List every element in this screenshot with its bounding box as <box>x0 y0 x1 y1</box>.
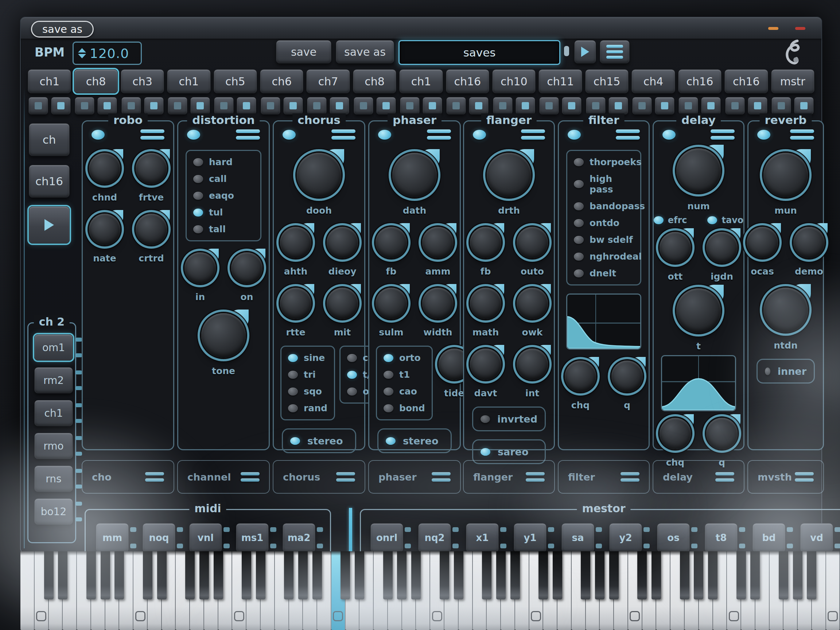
tab-mute-button[interactable] <box>168 97 187 114</box>
knob-outo[interactable]: outo <box>514 224 551 277</box>
group-button-nq2[interactable]: nq2 <box>418 523 451 553</box>
module-enable-led-icon[interactable] <box>378 130 391 140</box>
knob-demo[interactable]: demo <box>790 224 827 277</box>
piano-black-key[interactable] <box>637 551 647 599</box>
sidebar-button-ch[interactable]: ch <box>29 123 69 156</box>
knob-body[interactable] <box>327 287 358 319</box>
knob-body[interactable] <box>487 153 531 197</box>
knob-t[interactable]: t <box>673 286 724 352</box>
knob-dooh[interactable]: dooh <box>294 150 344 216</box>
piano-black-key[interactable] <box>355 551 364 599</box>
radio-option-hard[interactable]: hard <box>193 157 254 167</box>
group-button-sa[interactable]: sa <box>562 523 594 553</box>
piano-black-key[interactable] <box>242 551 251 599</box>
tab-solo-button[interactable] <box>423 97 442 114</box>
tab-solo-button[interactable] <box>283 97 303 114</box>
tab-solo-button[interactable] <box>97 97 117 114</box>
piano-black-key[interactable] <box>581 551 590 599</box>
toggle-stereo[interactable]: stereo <box>377 428 452 453</box>
knob-body[interactable] <box>706 418 737 449</box>
knob-ocas[interactable]: ocas <box>744 224 781 277</box>
tab-ch16-9[interactable]: ch16 <box>446 69 489 93</box>
piano-black-key[interactable] <box>313 551 322 599</box>
knob-body[interactable] <box>763 287 808 332</box>
tab-solo-button[interactable] <box>608 97 628 114</box>
radio-option-efrc[interactable]: efrc <box>654 215 687 225</box>
knob-body[interactable] <box>470 287 501 319</box>
tab-mute-button[interactable] <box>539 97 559 114</box>
knob-fb[interactable]: fb <box>373 224 410 277</box>
knob-body[interactable] <box>376 287 407 319</box>
toggle-stereo[interactable]: stereo <box>282 428 356 453</box>
knob-body[interactable] <box>89 214 120 245</box>
tab-solo-button[interactable] <box>516 97 535 114</box>
piano-black-key[interactable] <box>341 551 350 599</box>
knob-body[interactable] <box>516 287 548 319</box>
module-menu-icon[interactable] <box>795 472 814 482</box>
collapsed-module-channel[interactable]: channel <box>177 460 270 494</box>
knob-body[interactable] <box>660 232 691 263</box>
knob-width[interactable]: width <box>419 285 456 338</box>
knob-frtve[interactable]: frtve <box>133 150 170 203</box>
knob-body[interactable] <box>660 418 691 449</box>
knob-body[interactable] <box>280 227 311 258</box>
knob-in[interactable]: in <box>182 249 219 302</box>
knob-body[interactable] <box>136 214 167 245</box>
group-button-vd[interactable]: vd <box>800 523 833 553</box>
radio-option-cao[interactable]: cao <box>384 386 425 397</box>
piano-black-key[interactable] <box>58 551 68 599</box>
module-menu-icon[interactable] <box>236 129 260 140</box>
group-button-t8[interactable]: t8 <box>705 523 737 553</box>
group-button-bd[interactable]: bd <box>753 523 785 553</box>
tab-ch1-0[interactable]: ch1 <box>28 69 71 93</box>
tab-ch8-7[interactable]: ch8 <box>353 69 396 93</box>
radio-option-bwsdelf[interactable]: bw sdelf <box>574 234 634 245</box>
piano-black-key[interactable] <box>595 551 605 599</box>
channel2-item-om1[interactable]: om1 <box>34 334 73 361</box>
tab-solo-button[interactable] <box>655 97 674 114</box>
piano-keyboard[interactable] <box>21 551 840 630</box>
radio-option-thorpoeks[interactable]: thorpoeks <box>574 157 634 167</box>
tab-ch15-12[interactable]: ch15 <box>585 69 628 93</box>
group-button-ms1[interactable]: ms1 <box>236 523 269 553</box>
collapsed-module-mvsth[interactable]: mvsth <box>747 460 824 494</box>
group-button-y2[interactable]: y2 <box>609 523 642 553</box>
bpm-stepper-arrows-icon[interactable] <box>78 48 86 58</box>
module-menu-icon[interactable] <box>621 472 639 482</box>
piano-black-key[interactable] <box>652 551 661 599</box>
minimize-icon[interactable] <box>768 27 778 30</box>
radio-option-dnelt[interactable]: dnelt <box>574 268 634 278</box>
collapsed-module-cho[interactable]: cho <box>82 460 174 494</box>
knob-nate[interactable]: nate <box>86 211 123 264</box>
piano-black-key[interactable] <box>157 551 167 599</box>
piano-black-key[interactable] <box>87 551 96 599</box>
group-button-vnl[interactable]: vnl <box>189 523 222 553</box>
piano-black-key[interactable] <box>411 551 421 599</box>
knob-body[interactable] <box>136 153 167 184</box>
tab-mute-button[interactable] <box>214 97 234 114</box>
module-menu-icon[interactable] <box>521 129 545 140</box>
knob-tone[interactable]: tone <box>198 310 249 376</box>
knob-body[interactable] <box>89 153 120 184</box>
toggle-invrted[interactable]: invrted <box>472 406 546 431</box>
module-menu-icon[interactable] <box>526 472 545 482</box>
tab-mute-button[interactable] <box>586 97 606 114</box>
piano-black-key[interactable] <box>383 551 393 599</box>
radio-option-ontdo[interactable]: ontdo <box>574 218 634 228</box>
knob-body[interactable] <box>231 252 262 284</box>
knob-fb[interactable]: fb <box>467 224 504 277</box>
knob-ott[interactable]: ott <box>657 229 694 282</box>
knob-davt[interactable]: davt <box>467 346 504 398</box>
module-menu-icon[interactable] <box>711 129 735 140</box>
tab-ch16-15[interactable]: ch16 <box>725 69 768 93</box>
knob-mun[interactable]: mun <box>761 150 811 216</box>
module-menu-icon[interactable] <box>715 472 734 482</box>
knob-body[interactable] <box>297 153 341 197</box>
group-button-os[interactable]: os <box>657 523 690 553</box>
tab-ch1-8[interactable]: ch1 <box>399 69 443 93</box>
knob-body[interactable] <box>376 227 407 258</box>
module-enable-led-icon[interactable] <box>662 130 676 140</box>
tab-mute-button[interactable] <box>122 97 141 114</box>
piano-black-key[interactable] <box>694 551 703 599</box>
piano-black-key[interactable] <box>143 551 152 599</box>
